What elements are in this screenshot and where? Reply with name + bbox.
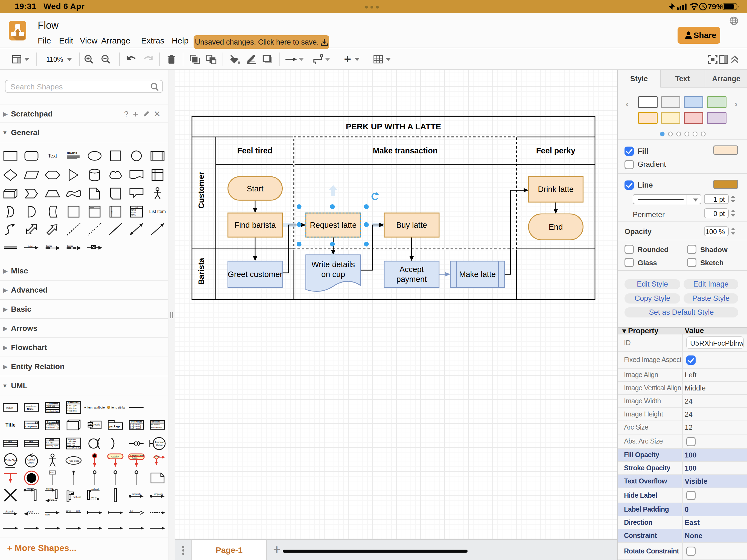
svg-text:Activity: Activity — [111, 455, 119, 458]
svg-text:Item 3: Item 3 — [131, 214, 136, 216]
svg-text:Composite State: Composite State — [130, 455, 145, 457]
svg-text:Accept: Accept — [400, 265, 424, 274]
svg-text:self call: self call — [73, 496, 81, 499]
svg-text:Object: Object — [6, 406, 13, 409]
svg-text:Class: Class — [6, 440, 12, 443]
svg-text:on cup: on cup — [321, 270, 345, 279]
svg-text:Role: Role — [50, 472, 54, 474]
svg-text:callback: callback — [91, 488, 100, 490]
svg-text:return: return — [91, 496, 97, 499]
svg-text:+ method(): type: + method(): type — [46, 410, 59, 412]
svg-text:79%: 79% — [707, 2, 722, 11]
svg-text:Boundary: Boundary — [155, 441, 164, 443]
svg-text:Source: Source — [67, 245, 73, 247]
svg-text:Class: Class — [49, 439, 54, 441]
svg-text:field: Type: field: Type — [46, 441, 54, 443]
svg-text:field2: Type: field2: Type — [67, 444, 75, 446]
svg-text:Entity Object: Entity Object — [5, 459, 18, 462]
svg-text:Request latte: Request latte — [310, 221, 357, 229]
svg-text:PERK UP WITH A LATTE: PERK UP WITH A LATTE — [346, 122, 441, 131]
svg-text:field3 = value3: field3 = value3 — [130, 427, 141, 429]
svg-text:Heading: Heading — [67, 152, 77, 154]
svg-text:Source: Source — [46, 245, 52, 247]
svg-text:Make latte: Make latte — [459, 270, 496, 279]
svg-text:Component: Component — [25, 425, 37, 428]
svg-text:Find barista: Find barista — [234, 221, 276, 229]
svg-text:Item 2: Item 2 — [131, 211, 136, 213]
svg-text:Drink latte: Drink latte — [538, 185, 574, 194]
svg-text:+ field: type: + field: type — [67, 404, 77, 407]
svg-text:text: text — [111, 210, 113, 214]
svg-text:dispatch: dispatch — [5, 510, 14, 513]
svg-text:+ field: type: + field: type — [67, 407, 77, 409]
svg-text:+ field: type: + field: type — [46, 405, 55, 407]
svg-text:item: attribute: item: attribute — [111, 406, 125, 409]
svg-text:Feel tired: Feel tired — [237, 146, 273, 155]
svg-text:+ field: type: + field: type — [67, 410, 77, 412]
svg-text:Classname: Classname — [48, 403, 58, 405]
svg-text:Customer: Customer — [197, 172, 206, 209]
svg-text:name: name — [45, 513, 50, 516]
svg-text:Feel perky: Feel perky — [536, 146, 575, 155]
svg-text:Classname: Classname — [68, 401, 78, 404]
svg-text:Condition: Condition — [154, 456, 160, 457]
svg-text:field2 = value2: field2 = value2 — [130, 425, 141, 427]
svg-text:method(): Type: method(): Type — [46, 444, 58, 447]
svg-text:child: child — [76, 510, 80, 512]
svg-text:End: End — [549, 223, 563, 231]
svg-text:Tablename: Tablename — [151, 421, 160, 423]
svg-text:dispatch: dispatch — [154, 493, 163, 495]
svg-text:method(Type): Type: method(Type): Type — [67, 447, 81, 449]
svg-text:+ Attribute2: Type: + Attribute2: Type — [46, 426, 60, 429]
svg-text:Buy latte: Buy latte — [396, 221, 427, 229]
svg-text:Module: Module — [93, 423, 100, 426]
svg-text:dispatch: dispatch — [132, 493, 141, 495]
svg-text:field1 = value1: field1 = value1 — [130, 423, 141, 425]
svg-text:PK uniqueId: PK uniqueId — [151, 424, 160, 425]
svg-text:Object: Object — [28, 461, 34, 464]
svg-text:Item 1: Item 1 — [131, 209, 136, 211]
svg-text:FK1 foreignKey: FK1 foreignKey — [151, 427, 162, 428]
svg-text:parent: parent — [66, 510, 71, 512]
svg-text:List: List — [135, 206, 138, 208]
svg-text:Class: Class — [28, 440, 33, 443]
svg-text:Label: Label — [28, 245, 33, 248]
svg-text:Object: Object — [156, 444, 163, 446]
svg-text:Make transaction: Make transaction — [373, 146, 438, 155]
svg-text:dispatch: dispatch — [46, 487, 53, 490]
svg-text:package: package — [109, 425, 120, 428]
svg-text:Greet customer: Greet customer — [228, 270, 282, 279]
svg-text:+ Attribute1: Type: + Attribute1: Type — [46, 424, 60, 426]
svg-text:Name: Name — [27, 408, 34, 410]
svg-text:return: return — [28, 510, 34, 513]
svg-text:payment: payment — [396, 275, 427, 284]
svg-text:Interface: Interface — [69, 440, 77, 442]
svg-text:Start: Start — [247, 184, 263, 193]
svg-text:Object:Type: Object:Type — [131, 421, 142, 423]
svg-text:Use Case: Use Case — [70, 460, 79, 462]
svg-text:Barista: Barista — [197, 258, 206, 285]
svg-text:«interface»: «interface» — [26, 405, 36, 407]
svg-text:Control: Control — [27, 458, 35, 461]
svg-text:return: return — [49, 498, 54, 501]
svg-text:dispatch: dispatch — [27, 487, 34, 490]
svg-text:0..n: 0..n — [130, 510, 133, 512]
svg-text:Subtitle: Subtitle — [132, 457, 138, 459]
